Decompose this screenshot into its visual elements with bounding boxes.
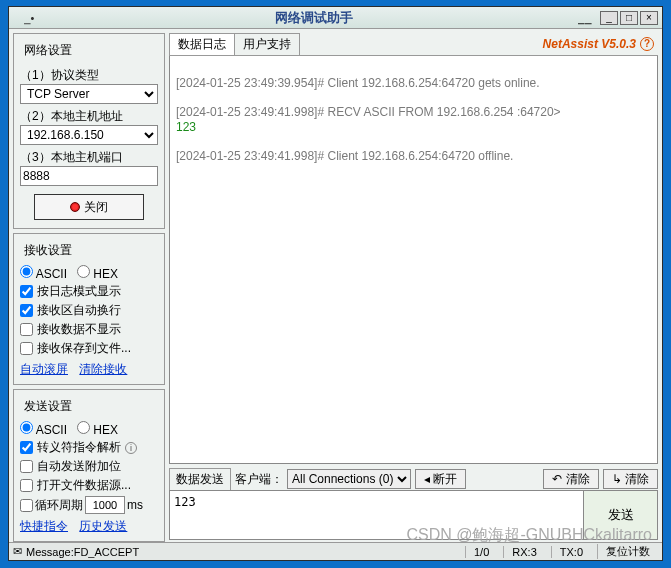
clear-receive-link[interactable]: 清除接收 [79, 362, 127, 376]
tab-data-log[interactable]: 数据日志 [169, 33, 235, 55]
help-icon[interactable]: ? [640, 37, 654, 51]
status-ratio: 1/0 [465, 546, 497, 558]
send-settings-legend: 发送设置 [22, 398, 74, 415]
quick-command-link[interactable]: 快捷指令 [20, 519, 68, 533]
send-data-label: 数据发送 [169, 468, 231, 490]
reset-counter-button[interactable]: 复位计数 [597, 544, 658, 559]
host-label: （2）本地主机地址 [20, 108, 158, 125]
send-ascii-radio[interactable]: ASCII [20, 421, 67, 437]
message-icon: ✉ [13, 545, 22, 558]
disconnect-button[interactable]: ◂ 断开 [415, 469, 466, 489]
cycle-unit: ms [127, 498, 143, 512]
port-input[interactable] [20, 166, 158, 186]
close-connection-button[interactable]: 关闭 [34, 194, 144, 220]
protocol-label: （1）协议类型 [20, 67, 158, 84]
cycle-input[interactable] [85, 496, 125, 514]
info-icon[interactable]: i [125, 442, 137, 454]
recv-hide-check[interactable]: 接收数据不显示 [20, 321, 158, 338]
status-tx: TX:0 [551, 546, 591, 558]
status-bar: ✉ Message:FD_ACCEPT 1/0 RX:3 TX:0 复位计数 [9, 542, 662, 560]
recv-ascii-radio[interactable]: ASCII [20, 265, 67, 281]
send-hex-radio[interactable]: HEX [77, 421, 118, 437]
message-label: Message:FD_ACCEPT [26, 546, 139, 558]
recv-autowrap-check[interactable]: 接收区自动换行 [20, 302, 158, 319]
minimize-button[interactable]: _ [600, 11, 618, 25]
send-cycle-check[interactable] [20, 499, 33, 512]
recv-log-mode-check[interactable]: 按日志模式显示 [20, 283, 158, 300]
clear-up-button[interactable]: ↶ 清除 [543, 469, 598, 489]
auto-scroll-link[interactable]: 自动滚屏 [20, 362, 68, 376]
history-send-link[interactable]: 历史发送 [79, 519, 127, 533]
record-icon [70, 202, 80, 212]
port-label: （3）本地主机端口 [20, 149, 158, 166]
send-append-check[interactable]: 自动发送附加位 [20, 458, 158, 475]
connection-select[interactable]: All Connections (0) [287, 469, 411, 489]
send-settings-group: 发送设置 ASCII HEX 转义符指令解析 i 自动发送附加位 打开文件数据源… [13, 389, 165, 542]
cycle-label: 循环周期 [35, 497, 83, 514]
clear-down-button[interactable]: ↳ 清除 [603, 469, 658, 489]
network-settings-legend: 网络设置 [22, 42, 74, 59]
protocol-select[interactable]: TCP Server [20, 84, 158, 104]
close-window-button[interactable]: × [640, 11, 658, 25]
pin-icon[interactable]: ⎯• [9, 12, 49, 24]
log-area[interactable]: [2024-01-25 23:49:39.954]# Client 192.16… [169, 56, 658, 464]
host-select[interactable]: 192.168.6.150 [20, 125, 158, 145]
recv-savefile-check[interactable]: 接收保存到文件... [20, 340, 158, 357]
network-settings-group: 网络设置 （1）协议类型 TCP Server （2）本地主机地址 192.16… [13, 33, 165, 229]
send-button[interactable]: 发送 [584, 490, 658, 540]
send-openfile-check[interactable]: 打开文件数据源... [20, 477, 158, 494]
recv-hex-radio[interactable]: HEX [77, 265, 118, 281]
receive-settings-group: 接收设置 ASCII HEX 按日志模式显示 接收区自动换行 接收数据不显示 接… [13, 233, 165, 385]
receive-settings-legend: 接收设置 [22, 242, 74, 259]
send-input[interactable]: 123 [169, 490, 584, 540]
tab-user-support[interactable]: 用户支持 [234, 33, 300, 55]
brand-label: NetAssist V5.0.3 ? [543, 37, 654, 51]
status-rx: RX:3 [503, 546, 544, 558]
window-title: 网络调试助手 [49, 9, 578, 27]
send-escape-check[interactable]: 转义符指令解析 i [20, 439, 158, 456]
client-label: 客户端： [235, 471, 283, 488]
title-bar: ⎯• 网络调试助手 ⎯⎯ _ □ × [9, 7, 662, 29]
maximize-button[interactable]: □ [620, 11, 638, 25]
collapse-icon[interactable]: ⎯⎯ [578, 12, 592, 24]
